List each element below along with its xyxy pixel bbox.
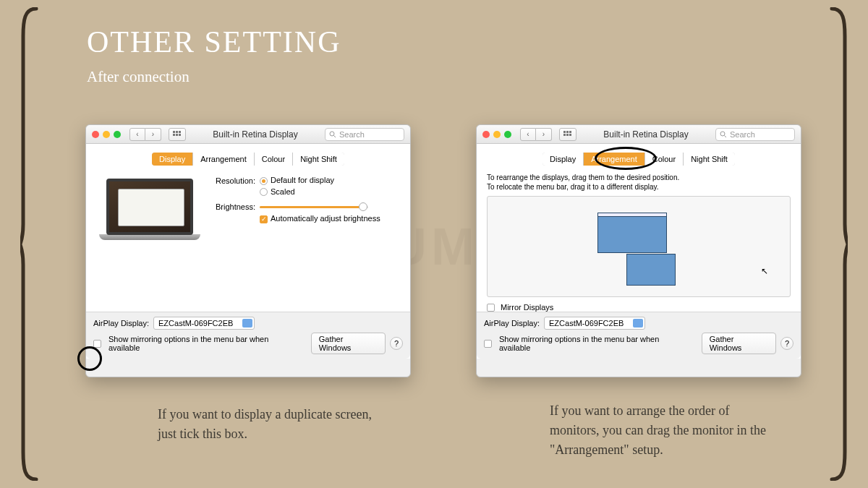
airplay-select[interactable]: EZCastM-069FC2EB (544, 317, 645, 330)
svg-point-14 (720, 132, 725, 136)
search-placeholder: Search (339, 130, 365, 139)
svg-rect-11 (563, 134, 566, 136)
tabs: Display Arrangement Colour Night Shift (86, 153, 410, 166)
mirror-options-label: Show mirroring options in the menu bar w… (109, 335, 302, 352)
tab-night-shift[interactable]: Night Shift (684, 153, 735, 166)
svg-point-6 (330, 132, 334, 136)
resolution-label: Resolution: (208, 176, 260, 185)
page-title: OTHER SETTING (87, 25, 341, 59)
mirror-options-checkbox[interactable] (484, 340, 492, 348)
bracket-right-icon (827, 7, 848, 481)
search-icon (329, 131, 336, 138)
window-controls (92, 131, 121, 138)
display-settings-window: ‹ › Built-in Retina Display Search Displ… (85, 124, 411, 377)
svg-rect-9 (566, 131, 569, 133)
search-input[interactable]: Search (325, 128, 404, 141)
resolution-scaled-radio[interactable] (260, 188, 268, 196)
tab-colour[interactable]: Colour (255, 153, 293, 166)
cursor-icon: ↖ (761, 266, 768, 276)
help-button[interactable]: ? (390, 337, 403, 350)
caption-right: If you want to arrange the order of moni… (550, 401, 767, 460)
forward-button[interactable]: › (536, 128, 552, 141)
tab-night-shift[interactable]: Night Shift (293, 153, 344, 166)
svg-line-7 (334, 135, 336, 137)
arrangement-hint: To rearrange the displays, drag them to … (487, 173, 791, 192)
minimize-icon[interactable] (103, 131, 110, 138)
nav-buttons: ‹ › (129, 128, 161, 141)
mirror-displays-checkbox[interactable] (487, 304, 495, 312)
window-title: Built-in Retina Display (581, 129, 711, 140)
resolution-default-radio[interactable] (260, 177, 268, 185)
back-button[interactable]: ‹ (520, 128, 536, 141)
window-footer: AirPlay Display: EZCastM-069FC2EB Show m… (477, 312, 801, 359)
gather-windows-button[interactable]: Gather Windows (702, 333, 776, 354)
search-icon (720, 131, 727, 138)
grid-view-button[interactable] (169, 128, 186, 141)
zoom-icon[interactable] (114, 131, 121, 138)
minimize-icon[interactable] (493, 131, 501, 138)
zoom-icon[interactable] (504, 131, 511, 138)
airplay-label: AirPlay Display: (484, 319, 540, 328)
resolution-default-text: Default for display (271, 176, 334, 184)
close-icon[interactable] (482, 131, 490, 138)
window-titlebar: ‹ › Built-in Retina Display Search (477, 125, 801, 144)
help-button[interactable]: ? (780, 337, 793, 350)
svg-line-15 (725, 135, 727, 137)
display-2-icon[interactable] (626, 254, 676, 286)
mirror-displays-label: Mirror Displays (501, 303, 553, 312)
mirror-options-checkbox[interactable] (93, 340, 101, 348)
svg-rect-0 (173, 131, 175, 133)
auto-brightness-checkbox[interactable] (260, 215, 268, 223)
forward-button[interactable]: › (145, 128, 161, 141)
svg-rect-4 (176, 134, 178, 136)
close-icon[interactable] (92, 131, 99, 138)
mirror-options-label: Show mirroring options in the menu bar w… (499, 335, 693, 352)
svg-rect-13 (569, 134, 571, 136)
svg-rect-12 (566, 134, 569, 136)
laptop-preview-icon (99, 179, 200, 251)
caption-left: If you want to display a duplicate scree… (158, 405, 375, 444)
svg-rect-10 (569, 131, 571, 133)
brightness-label: Brightness: (208, 202, 260, 211)
window-controls (482, 131, 511, 138)
page-subtitle: After connection (87, 68, 190, 86)
brightness-slider[interactable] (260, 206, 368, 208)
tab-display[interactable]: Display (152, 153, 193, 166)
svg-rect-3 (173, 134, 175, 136)
display-1-icon[interactable] (597, 213, 667, 253)
auto-brightness-text: Automatically adjust brightness (271, 214, 380, 223)
tab-display[interactable]: Display (542, 153, 584, 166)
bracket-left-icon (20, 7, 41, 481)
arrangement-settings-window: ‹ › Built-in Retina Display Search Displ… (476, 124, 801, 377)
airplay-label: AirPlay Display: (93, 319, 149, 328)
svg-rect-2 (179, 131, 181, 133)
window-title: Built-in Retina Display (190, 129, 320, 140)
back-button[interactable]: ‹ (129, 128, 145, 141)
airplay-select[interactable]: EZCastM-069FC2EB (153, 317, 255, 330)
tab-colour[interactable]: Colour (645, 153, 684, 166)
search-input[interactable]: Search (715, 128, 795, 141)
gather-windows-button[interactable]: Gather Windows (311, 333, 386, 354)
svg-rect-1 (176, 131, 178, 133)
resolution-scaled-text: Scaled (271, 187, 295, 196)
svg-rect-8 (563, 131, 566, 133)
window-footer: AirPlay Display: EZCastM-069FC2EB Show m… (86, 312, 410, 359)
grid-view-button[interactable] (559, 128, 576, 141)
display-arrangement-area[interactable]: ↖ (487, 196, 791, 297)
svg-rect-5 (179, 134, 181, 136)
window-titlebar: ‹ › Built-in Retina Display Search (86, 125, 410, 144)
tab-arrangement[interactable]: Arrangement (584, 153, 645, 166)
tab-arrangement[interactable]: Arrangement (193, 153, 255, 166)
